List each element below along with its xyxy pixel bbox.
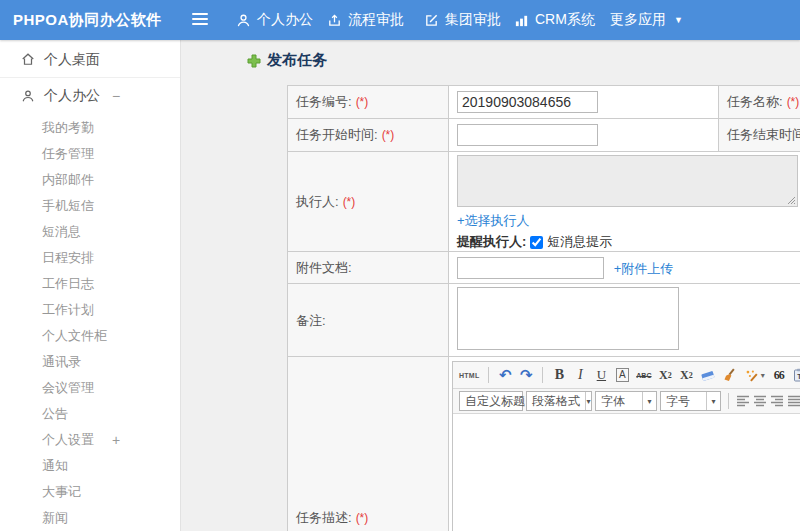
nav-group-approval[interactable]: 集团审批 <box>424 0 501 40</box>
sidebar-item-file-cabinet[interactable]: 个人文件柜 <box>0 323 180 349</box>
superscript-button[interactable]: X2 <box>658 365 672 385</box>
user-icon <box>21 89 35 103</box>
attachment-upload-link[interactable]: +附件上传 <box>614 261 674 276</box>
sidebar-item-personal-settings[interactable]: 个人设置 + <box>0 427 180 453</box>
sidebar-item-internal-mail[interactable]: 内部邮件 <box>0 167 180 193</box>
paragraph-format-select[interactable]: 段落格式▾ <box>526 391 592 411</box>
sms-hint-label: 短消息提示 <box>547 233 612 251</box>
remark-cell <box>449 284 800 359</box>
nav-more-apps[interactable]: 更多应用 ▼ <box>610 0 683 40</box>
home-icon <box>21 52 35 66</box>
menu-toggle-icon[interactable] <box>192 13 208 27</box>
redo-icon[interactable]: ↷ <box>519 365 533 385</box>
sidebar-item-memorabilia[interactable]: 大事记 <box>0 479 180 505</box>
required-mark: (*) <box>343 195 356 209</box>
task-desc-label-cell: 任务描述:(*) <box>288 357 449 531</box>
sidebar-section-personal-office[interactable]: 个人办公 − <box>0 83 180 109</box>
add-icon <box>247 54 261 68</box>
remove-format-eraser-icon[interactable] <box>700 365 716 385</box>
choose-executor-link[interactable]: +选择执行人 <box>457 213 530 228</box>
caret-down-icon: ▾ <box>761 371 765 380</box>
caret-down-icon: ▼ <box>674 15 683 25</box>
rich-text-editor: HTML ↶ ↷ B I U A ABC X2 X2 <box>452 361 800 531</box>
executor-cell: +选择执行人 提醒执行人: 短消息提示 <box>449 152 800 252</box>
bold-button[interactable]: B <box>552 365 566 385</box>
nav-process-approval[interactable]: 流程审批 <box>327 0 404 40</box>
required-mark: (*) <box>787 95 800 109</box>
remind-executor-label: 提醒执行人: <box>457 233 526 251</box>
editor-content-area[interactable] <box>453 414 800 531</box>
paste-plain-icon[interactable]: T <box>793 365 800 385</box>
sidebar-item-schedule[interactable]: 日程安排 <box>0 245 180 271</box>
remark-textarea[interactable] <box>457 287 679 350</box>
sidebar-item-attendance[interactable]: 我的考勤 <box>0 115 180 141</box>
font-size-select[interactable]: 字号▾ <box>660 391 721 411</box>
start-time-label-cell: 任务开始时间:(*) <box>288 119 449 152</box>
align-left-icon[interactable] <box>736 391 750 411</box>
caret-down-icon: ▾ <box>706 392 720 410</box>
task-desc-cell: HTML ↶ ↷ B I U A ABC X2 X2 <box>449 357 800 531</box>
toolbar-separator <box>542 367 543 383</box>
strikethrough-button[interactable]: ABC <box>636 365 651 385</box>
source-code-button[interactable]: HTML <box>459 365 479 385</box>
required-mark: (*) <box>382 128 395 142</box>
editor-toolbar-row1: HTML ↶ ↷ B I U A ABC X2 X2 <box>453 362 800 389</box>
sidebar-item-work-plan[interactable]: 工作计划 <box>0 297 180 323</box>
sidebar-item-announcement[interactable]: 公告 <box>0 401 180 427</box>
sidebar-item-short-message[interactable]: 短消息 <box>0 219 180 245</box>
sidebar-item-contacts[interactable]: 通讯录 <box>0 349 180 375</box>
undo-icon[interactable]: ↶ <box>498 365 512 385</box>
remark-label-cell: 备注: <box>288 284 449 359</box>
sidebar-item-news[interactable]: 新闻 <box>0 505 180 531</box>
custom-heading-select[interactable]: 自定义标题▾ <box>459 391 523 411</box>
user-icon <box>236 13 251 28</box>
sidebar-item-notice[interactable]: 通知 <box>0 453 180 479</box>
sms-hint-checkbox[interactable] <box>530 236 543 249</box>
edit-square-icon <box>424 13 439 28</box>
task-desc-table: 任务描述:(*) HTML ↶ ↷ B I U A ABC X2 X2 <box>287 356 800 531</box>
start-time-input[interactable] <box>457 124 598 146</box>
format-brush-icon[interactable] <box>723 365 738 385</box>
task-no-input[interactable] <box>457 91 598 113</box>
align-justify-icon[interactable] <box>787 391 800 411</box>
quick-format-wand-icon[interactable]: ▾ <box>745 365 765 385</box>
nav-personal-office[interactable]: 个人办公 <box>236 0 313 40</box>
editor-toolbar-row2: 自定义标题▾ 段落格式▾ 字体▾ 字号▾ <box>453 389 800 414</box>
sidebar-item-desktop[interactable]: 个人桌面 <box>0 40 180 78</box>
caret-down-icon: ▾ <box>642 392 656 410</box>
task-no-label-cell: 任务编号:(*) <box>288 86 449 119</box>
app-logo: PHPOA协同办公软件 <box>13 0 162 40</box>
sidebar-item-work-log[interactable]: 工作日志 <box>0 271 180 297</box>
underline-button[interactable]: U <box>594 365 608 385</box>
font-name-button[interactable]: A <box>616 368 629 382</box>
italic-button[interactable]: I <box>573 365 587 385</box>
toolbar-separator <box>728 393 729 409</box>
sidebar-item-meeting[interactable]: 会议管理 <box>0 375 180 401</box>
attachment-input[interactable] <box>457 257 604 279</box>
required-mark: (*) <box>356 95 369 109</box>
flow-approval-icon <box>327 13 342 28</box>
required-mark: (*) <box>356 511 369 525</box>
task-no-cell <box>449 86 719 119</box>
font-family-select[interactable]: 字体▾ <box>595 391 657 411</box>
sidebar-item-task-management[interactable]: 任务管理 <box>0 141 180 167</box>
expand-icon[interactable]: + <box>112 427 120 453</box>
align-right-icon[interactable] <box>770 391 784 411</box>
sidebar: 个人桌面 个人办公 − 我的考勤 任务管理 内部邮件 手机短信 短消息 日程安排… <box>0 40 181 531</box>
task-form-table: 任务编号:(*) 任务名称:(*) 任务开始时间:(*) 任务结束时间:(*) … <box>287 85 800 359</box>
executor-label-cell: 执行人:(*) <box>288 152 449 252</box>
executor-textarea[interactable] <box>457 155 798 207</box>
task-name-label-cell: 任务名称:(*) <box>719 86 800 119</box>
nav-crm-system[interactable]: CRM系统 <box>514 0 595 40</box>
page-header: 发布任务 <box>247 51 327 70</box>
attachment-label-cell: 附件文档: <box>288 252 449 284</box>
end-time-label-cell: 任务结束时间:(*) <box>719 119 800 152</box>
blockquote-button[interactable]: 66 <box>772 365 786 385</box>
caret-down-icon: ▾ <box>585 392 591 410</box>
bar-chart-icon <box>514 13 529 28</box>
align-center-icon[interactable] <box>753 391 767 411</box>
subscript-button[interactable]: X2 <box>679 365 693 385</box>
sidebar-item-mobile-sms[interactable]: 手机短信 <box>0 193 180 219</box>
resize-grip-icon[interactable] <box>787 196 796 205</box>
collapse-icon[interactable]: − <box>112 83 120 109</box>
